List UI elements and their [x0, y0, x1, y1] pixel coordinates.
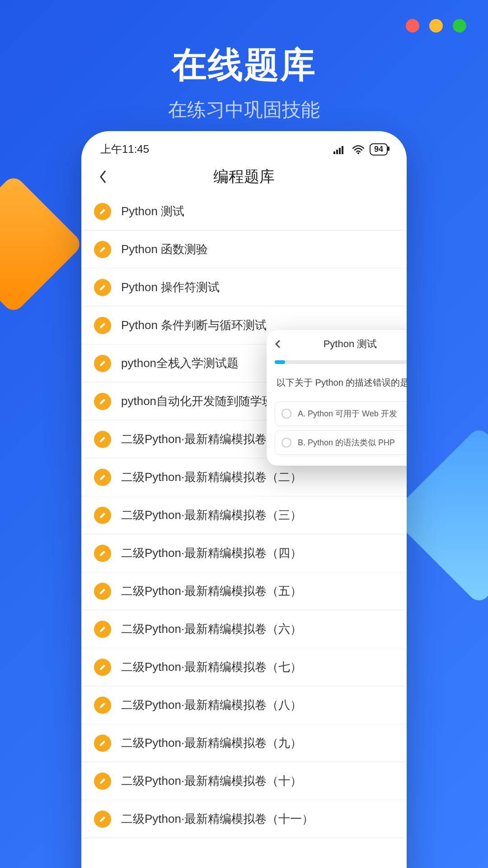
battery-badge: 94 [370, 143, 388, 156]
pencil-icon [94, 469, 111, 486]
list-item[interactable]: 二级Python·最新精编模拟卷（三） [81, 496, 407, 534]
promo-title: 在线题库 [0, 42, 488, 89]
list-item[interactable]: 二级Python·最新精编模拟卷（六） [81, 610, 407, 648]
list-item-label: Python 测试 [121, 203, 184, 219]
list-item-label: Python 条件判断与循环测试 [121, 317, 267, 333]
list-item[interactable]: 二级Python·最新精编模拟卷（七） [81, 648, 407, 686]
status-right: 94 [333, 143, 388, 156]
promo-heading: 在线题库 在练习中巩固技能 [0, 0, 488, 123]
list-item-label: 二级Python·最新精编模拟卷（九） [121, 735, 302, 751]
pencil-icon [94, 507, 111, 524]
dot-green [453, 19, 466, 33]
svg-rect-3 [342, 146, 343, 154]
pencil-icon [94, 545, 111, 562]
quiz-bank-list[interactable]: Python 测试 Python 函数测验 Python 操作符测试 Pytho… [81, 193, 407, 838]
quiz-popup-card: Python 测试 00:00:57 2/30 以下关于 Python 的描述错… [267, 330, 407, 466]
list-item-label: 二级Python·最新精编模拟卷（二） [121, 469, 302, 485]
quiz-back-button[interactable] [275, 339, 286, 349]
pencil-icon [94, 697, 111, 714]
quiz-question: 以下关于 Python 的描述错误的是? [267, 371, 407, 397]
nav-bar: 编程题库 [81, 161, 407, 193]
list-item-label: 二级Python·最新精编模拟卷（八） [121, 697, 302, 713]
list-item-label: python全栈入学测试题 [121, 355, 239, 371]
list-item-label: 二级Python·最新精编模拟卷（十一） [121, 811, 314, 827]
wifi-icon [352, 144, 365, 154]
list-item-label: 二级Python·最新精编模拟卷（七） [121, 659, 302, 675]
quiz-option[interactable]: A. Python 可用于 Web 开发 [275, 401, 407, 426]
pencil-icon [94, 203, 111, 220]
list-item-label: 二级Python·最新精编模拟卷（五） [121, 583, 302, 599]
list-item-label: Python 操作符测试 [121, 279, 220, 295]
radio-icon [282, 409, 291, 419]
status-bar: 上午11:45 94 [81, 131, 407, 161]
list-item-label: 二级Python·最新精编模拟卷（三） [121, 507, 302, 523]
pencil-icon [94, 355, 111, 372]
svg-rect-1 [336, 150, 338, 154]
hd-signal-icon [333, 144, 347, 154]
list-item[interactable]: 二级Python·最新精编模拟卷（八） [81, 686, 407, 724]
pencil-icon [94, 773, 111, 790]
quiz-progress-row: 2/30 [267, 355, 407, 371]
pencil-icon [94, 241, 111, 258]
pencil-icon [94, 393, 111, 410]
pencil-icon [94, 621, 111, 638]
quiz-progress-track [275, 360, 407, 364]
nav-title: 编程题库 [213, 166, 275, 187]
list-item[interactable]: 二级Python·最新精编模拟卷（十一） [81, 800, 407, 838]
pencil-icon [94, 735, 111, 752]
decorative-shape-left [0, 174, 84, 314]
list-item-label: 二级Python·最新精编模拟卷（四） [121, 545, 302, 561]
list-item[interactable]: 二级Python·最新精编模拟卷（九） [81, 724, 407, 762]
list-item[interactable]: 二级Python·最新精编模拟卷（五） [81, 572, 407, 610]
svg-rect-0 [333, 151, 335, 154]
list-item[interactable]: Python 操作符测试 [81, 269, 407, 307]
list-item-label: Python 函数测验 [121, 241, 208, 257]
status-time: 上午11:45 [100, 142, 149, 156]
back-button[interactable] [94, 168, 112, 186]
dot-red [406, 19, 419, 33]
list-item[interactable]: Python 测试 [81, 193, 407, 231]
radio-icon [282, 438, 291, 448]
pencil-icon [94, 317, 111, 334]
svg-point-4 [357, 152, 359, 154]
traffic-light-dots [406, 19, 466, 33]
quiz-title: Python 测试 [324, 337, 377, 351]
list-item[interactable]: 二级Python·最新精编模拟卷（十） [81, 762, 407, 800]
pencil-icon [94, 279, 111, 296]
list-item-label: 二级Python·最新精编模拟卷（六） [121, 621, 302, 637]
dot-yellow [429, 19, 443, 33]
pencil-icon [94, 811, 111, 828]
quiz-option[interactable]: B. Python 的语法类似 PHP [275, 430, 407, 455]
list-item-label: 二级Python·最新精编模拟卷（十） [121, 773, 302, 789]
promo-subtitle: 在练习中巩固技能 [0, 97, 488, 123]
quiz-option-label: B. Python 的语法类似 PHP [298, 437, 395, 448]
phone-frame: 上午11:45 94 编程题库 Python 测试 Python 函数测验 Py [81, 131, 407, 868]
pencil-icon [94, 431, 111, 448]
quiz-progress-fill [275, 360, 285, 364]
quiz-option-label: A. Python 可用于 Web 开发 [298, 408, 397, 419]
pencil-icon [94, 583, 111, 600]
list-item[interactable]: 二级Python·最新精编模拟卷（四） [81, 534, 407, 572]
pencil-icon [94, 659, 111, 676]
list-item[interactable]: Python 函数测验 [81, 231, 407, 269]
svg-rect-2 [339, 148, 341, 154]
